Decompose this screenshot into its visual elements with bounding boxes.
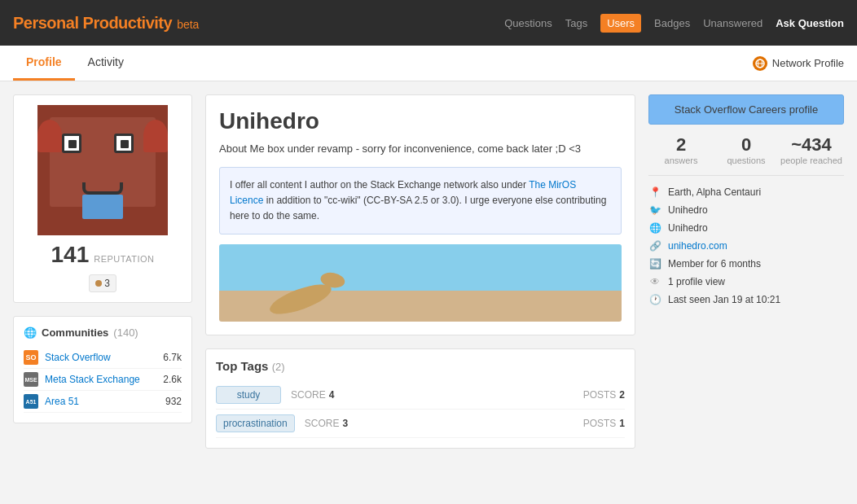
study-posts-stats: POSTS 2 [583,389,625,401]
study-score-stats: SCORE 4 [291,389,334,401]
nav-unanswered[interactable]: Unanswered [703,17,763,29]
nav-questions[interactable]: Questions [504,17,552,29]
subnav: Profile Activity Network Profile [0,46,857,81]
claw-right [143,120,168,152]
bronze-badge: 3 [89,274,116,292]
main-content: 141 REPUTATION 3 🌐 Communities (140) SO … [0,81,857,462]
location-text: Earth, Alpha Centauri [668,186,761,198]
website-link[interactable]: unihedro.com [668,240,727,252]
nav-users[interactable]: Users [600,14,641,33]
procrastination-score-stats: SCORE 3 [305,418,348,429]
views-text: 1 profile view [668,276,725,287]
profile-image-preview [219,244,622,322]
so-icon: SO [24,350,38,365]
top-tags-title: Top Tags (2) [216,359,625,373]
meta-name[interactable]: Meta Stack Exchange [45,374,140,385]
meta-member-since: 🔄 Member for 6 months [648,257,844,270]
reputation-label: REPUTATION [94,254,154,264]
communities-section: 🌐 Communities (140) SO Stack Overflow 6.… [13,316,192,423]
network-icon [753,56,767,71]
community-meta[interactable]: MSE Meta Stack Exchange 2.6k [24,369,182,391]
top-tags-label: Top Tags [216,359,268,373]
nav-tags[interactable]: Tags [565,17,587,29]
header: Personal Productivity beta Questions Tag… [0,0,857,46]
network-profile-link[interactable]: Network Profile [753,56,844,71]
badge-row: 3 [89,274,116,292]
community-area51[interactable]: A51 Area 51 932 [24,391,182,413]
about-box: I offer all content I author on the Stac… [219,167,622,235]
left-sidebar: 141 REPUTATION 3 🌐 Communities (140) SO … [13,94,192,449]
eye-right [114,134,134,153]
meta-globe: 🌐 Unihedro [648,221,844,234]
location-icon: 📍 [648,186,661,199]
nav-ask-question[interactable]: Ask Question [776,17,844,29]
stats-row: 2 answers 0 questions ~434 people reache… [648,134,844,176]
nav-badges[interactable]: Badges [654,17,690,29]
clock-icon: 🕐 [648,293,661,306]
tag-study[interactable]: study [216,386,281,404]
miros-link[interactable]: The MirOS Licence [230,179,576,206]
community-a51-left: A51 Area 51 [24,394,79,409]
twitter-text: Unihedro [668,204,708,216]
tab-profile[interactable]: Profile [13,46,75,81]
member-text: Member for 6 months [668,258,761,270]
reputation-row: 141 REPUTATION [51,242,155,268]
procrastination-score-label: SCORE [305,418,340,429]
eye-left [62,134,81,153]
answers-label: answers [648,156,714,165]
meta-location: 📍 Earth, Alpha Centauri [648,186,844,199]
profile-header-card: Unihedro About Me box under revamp - sor… [205,94,635,335]
procrastination-posts-label: POSTS [583,418,617,429]
about-note: About Me box under revamp - sorry for in… [219,141,622,157]
claw-left [37,120,62,152]
brand-beta: beta [177,18,199,31]
tag-procrastination[interactable]: procrastination [216,414,295,432]
so-name[interactable]: Stack Overflow [45,352,111,363]
right-sidebar: Stack Overflow Careers profile 2 answers… [648,94,844,449]
communities-label: Communities [42,327,108,339]
avatar-card: 141 REPUTATION 3 [13,94,192,303]
profile-content: Unihedro About Me box under revamp - sor… [205,94,635,449]
procrastination-posts-stats: POSTS 1 [583,418,625,429]
profile-tabs: Profile Activity [13,46,137,81]
link-icon: 🔗 [648,239,661,252]
meta-twitter: 🐦 Unihedro [648,204,844,217]
study-posts-label: POSTS [583,389,617,401]
stat-answers: 2 answers [648,134,714,165]
brand-main: Personal Productivity [13,14,172,33]
study-posts-val: 2 [619,389,625,401]
procrastination-posts-val: 1 [619,418,625,429]
globe-text: Unihedro [668,222,708,234]
meta-website[interactable]: 🔗 unihedro.com [648,239,844,252]
so-rep: 6.7k [163,352,182,363]
a51-name[interactable]: Area 51 [45,396,79,407]
communities-icon: 🌐 [24,327,37,339]
top-tags-section: Top Tags (2) study SCORE 4 POSTS 2 procr… [205,348,635,449]
bronze-dot [95,280,102,287]
avatar-eyes [62,134,134,153]
careers-button[interactable]: Stack Overflow Careers profile [648,94,844,125]
stat-people-reached: ~434 people reached [779,134,844,165]
network-profile-label: Network Profile [772,57,844,69]
profile-meta: 📍 Earth, Alpha Centauri 🐦 Unihedro 🌐 Uni… [648,186,844,306]
brand: Personal Productivity beta [13,14,199,33]
tab-activity[interactable]: Activity [75,46,137,81]
main-nav: Questions Tags Users Badges Unanswered A… [504,14,844,33]
a51-icon: A51 [24,394,38,409]
communities-count: (140) [113,327,138,339]
study-score-label: SCORE [291,389,326,401]
bronze-count: 3 [104,278,110,289]
procrastination-score-val: 3 [342,418,348,429]
last-seen-text: Last seen Jan 19 at 10:21 [668,294,780,305]
avatar-body-detail [82,195,123,219]
tag-row-procrastination: procrastination SCORE 3 POSTS 1 [216,410,625,438]
people-reached-label: people reached [779,156,844,165]
member-icon: 🔄 [648,257,661,270]
view-icon: 👁 [648,275,661,288]
profile-name: Unihedro [219,108,622,134]
community-stackoverflow[interactable]: SO Stack Overflow 6.7k [24,347,182,369]
people-reached-number: ~434 [779,134,844,156]
avatar [37,105,168,235]
a51-rep: 932 [165,396,182,407]
meta-last-seen: 🕐 Last seen Jan 19 at 10:21 [648,293,844,306]
